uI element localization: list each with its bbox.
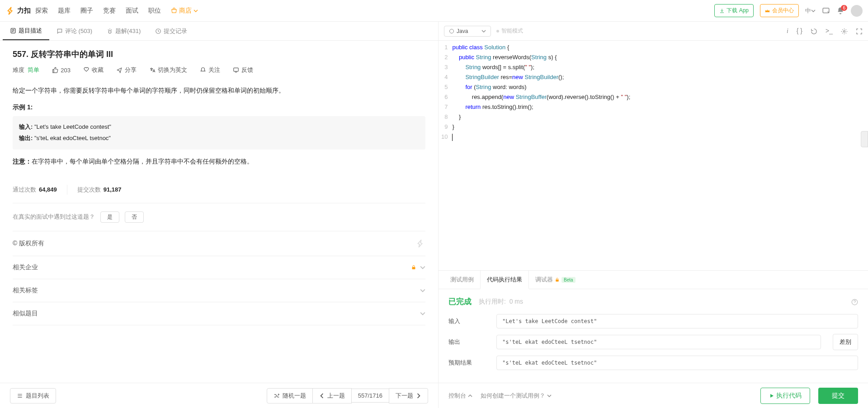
editor-toolbar: Java 智能模式 i { } >_ [439,22,868,41]
tab-description[interactable]: 题目描述 [3,22,49,40]
example-box: 输入: "Let's take LeetCode contest" 输出: "s… [13,116,425,149]
output-box: "s'teL ekat edoCteeL tsetnoc" [496,335,821,349]
playground-icon[interactable] [822,7,830,15]
lock-icon [411,265,416,270]
nav-shop[interactable]: 商店 [171,7,198,15]
notifications-icon[interactable]: 6 [836,7,844,15]
code-editor[interactable]: 12345678910 public class Solution { publ… [439,41,868,270]
code-lines[interactable]: public class Solution { public String re… [452,41,868,270]
expected-box: "s'teL ekat edoCteeL tsetnoc" [496,356,858,370]
output-row: 输出 "s'teL ekat edoCteeL tsetnoc" 差别 [448,334,858,350]
tab-solutions[interactable]: 题解(431) [99,22,148,40]
member-center-button[interactable]: 会员中心 [760,4,799,17]
nav-interview[interactable]: 面试 [126,7,138,15]
input-box: "Let's take LeetCode contest" [496,314,858,328]
related-tags[interactable]: 相关标签 [13,279,425,302]
nav-jobs[interactable]: 职位 [148,7,161,15]
left-footer: 题目列表 随机一题 上一题 557/1716 下一题 [0,383,438,408]
result-tabs: 测试用例 代码执行结果 调试器Beta [439,270,868,289]
tab-testcase[interactable]: 测试用例 [444,271,480,289]
chevron-down-icon [481,29,486,33]
problem-content: 557. 反转字符串中的单词 III 难度 简单 203 收藏 分享 切换为英文… [0,41,438,383]
pass-count: 通过次数64,849 [13,186,57,194]
braces-icon[interactable]: { } [797,27,802,35]
switch-lang-button[interactable]: 切换为英文 [149,66,187,74]
svg-rect-3 [234,68,239,71]
input-row: 输入 "Let's take LeetCode contest" [448,314,858,328]
expected-row: 预期结果 "s'teL ekat edoCteeL tsetnoc" [448,356,858,370]
star-button[interactable]: 收藏 [83,66,104,74]
language-select[interactable]: Java [444,26,491,37]
line-gutter: 12345678910 [439,41,452,270]
right-footer: 控制台 如何创建一个测试用例？ 执行代码 提交 [439,383,868,408]
diff-button[interactable]: 差别 [833,334,858,350]
result-header: 已完成 执行用时: 0 ms [448,296,858,307]
feedback-button[interactable]: 反馈 [233,66,253,74]
info-icon[interactable]: i [787,27,788,35]
right-panel: Java 智能模式 i { } >_ 12345678910 public cl… [439,22,868,408]
console-link[interactable]: 控制台 [448,392,472,400]
nav-problems[interactable]: 题库 [58,7,71,15]
brand-text: 力扣 [17,6,31,15]
smart-mode[interactable]: 智能模式 [496,27,523,35]
page-indicator: 557/1716 [351,389,389,403]
nav-explore[interactable]: 探索 [35,7,48,15]
nav-links: 探索 题库 圈子 竞赛 面试 职位 商店 [35,7,198,15]
related-companies[interactable]: 相关企业 [13,256,425,279]
chevron-up-icon [468,394,472,398]
next-button[interactable]: 下一题 [389,388,428,403]
help-icon[interactable] [851,298,858,305]
like-button[interactable]: 203 [52,67,71,74]
share-button[interactable]: 分享 [116,66,137,74]
editor-tools: i { } >_ [787,27,863,35]
logo[interactable]: 力扣 [5,6,31,16]
svg-rect-7 [556,279,558,281]
similar-problems[interactable]: 相似题目 [13,302,425,325]
caret-down-icon [193,9,198,13]
prev-button[interactable]: 上一题 [312,388,352,403]
fullscreen-icon[interactable] [856,27,863,35]
how-to-link[interactable]: 如何创建一个测试用例？ [481,392,552,400]
terminal-icon[interactable]: >_ [826,27,833,35]
follow-button[interactable]: 关注 [200,66,220,74]
result-body: 已完成 执行用时: 0 ms 输入 "Let's take LeetCode c… [439,289,868,383]
main: 题目描述 评论 (503) 题解(431) 提交记录 557. 反转字符串中的单… [0,22,868,408]
chevron-down-icon [547,394,552,398]
chevron-down-icon [420,288,425,293]
problem-title: 557. 反转字符串中的单词 III [13,49,425,60]
svg-point-6 [844,30,845,32]
yes-button[interactable]: 是 [100,211,119,223]
run-button[interactable]: 执行代码 [760,388,810,404]
lc-watermark-icon [415,239,425,249]
random-button[interactable]: 随机一题 [267,388,313,403]
sidebar-handle[interactable] [861,131,868,147]
language-switch[interactable]: 中 [805,7,816,15]
problem-tabs: 题目描述 评论 (503) 题解(431) 提交记录 [0,22,438,41]
submit-button[interactable]: 提交 [818,388,858,404]
download-app-button[interactable]: 下载 App [714,4,754,17]
nav-contest[interactable]: 竞赛 [103,7,116,15]
settings-icon[interactable] [841,27,848,35]
example-label: 示例 1: [13,103,425,112]
problem-list-button[interactable]: 题目列表 [10,388,56,403]
tab-submissions[interactable]: 提交记录 [148,22,194,40]
tab-output[interactable]: 代码执行结果 [480,271,529,289]
copyright-section: © 版权所有 [13,231,425,256]
notif-badge: 6 [841,5,847,11]
crown-icon [765,8,770,14]
description-text: 给定一个字符串，你需要反转字符串中每个单词的字符顺序，同时仍保留空格和单词的初始… [13,85,425,96]
submit-count: 提交次数91,187 [77,186,122,194]
avatar[interactable] [851,5,863,17]
download-icon [719,8,725,14]
no-button[interactable]: 否 [125,211,144,223]
caret-down-icon [811,9,816,13]
nav-discuss[interactable]: 圈子 [80,7,93,15]
tab-comments[interactable]: 评论 (503) [49,22,99,40]
difficulty: 难度 简单 [13,66,39,74]
reset-icon[interactable] [811,27,817,35]
status: 已完成 [448,296,472,307]
stats-row: 通过次数64,849 提交次数91,187 [13,177,425,203]
circle-icon [449,28,454,34]
tab-debugger[interactable]: 调试器Beta [529,271,582,289]
chevron-down-icon [420,311,425,316]
